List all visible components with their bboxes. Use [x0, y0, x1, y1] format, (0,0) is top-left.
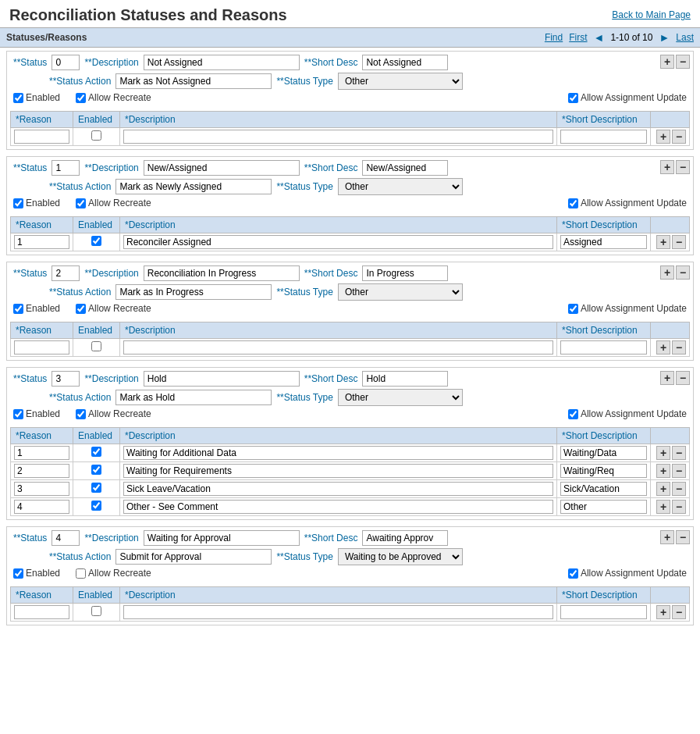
enabled-label-3[interactable]: Enabled — [13, 408, 60, 419]
remove-status-btn-0[interactable]: − — [676, 55, 690, 69]
enabled-checkbox-2[interactable] — [13, 304, 23, 314]
allow-assignment-checkbox-0[interactable] — [568, 93, 578, 103]
reason-enabled-checkbox-1-0[interactable] — [91, 236, 101, 246]
allow-assignment-label-4[interactable]: Allow Assignment Update — [568, 568, 687, 579]
remove-status-btn-3[interactable]: − — [676, 371, 690, 385]
add-reason-btn-3-0[interactable]: + — [656, 446, 670, 460]
remove-reason-btn-empty-4[interactable]: − — [672, 605, 686, 619]
short-desc-input-3[interactable] — [362, 371, 448, 387]
allow-recreate-label-0[interactable]: Allow Recreate — [76, 92, 151, 103]
short-desc-input-4[interactable] — [362, 530, 448, 546]
allow-recreate-checkbox-1[interactable] — [76, 198, 86, 208]
remove-reason-btn-3-3[interactable]: − — [672, 500, 686, 514]
allow-assignment-checkbox-3[interactable] — [568, 409, 578, 419]
add-status-btn-2[interactable]: + — [660, 265, 674, 280]
remove-reason-btn-empty-0[interactable]: − — [672, 130, 686, 144]
add-reason-btn-1-0[interactable]: + — [656, 235, 670, 249]
action-input-4[interactable] — [115, 549, 272, 565]
allow-assignment-label-2[interactable]: Allow Assignment Update — [568, 303, 687, 314]
reason-id-empty-4[interactable] — [14, 605, 69, 619]
add-status-btn-3[interactable]: + — [660, 371, 674, 385]
allow-recreate-label-2[interactable]: Allow Recreate — [76, 303, 151, 314]
allow-recreate-label-3[interactable]: Allow Recreate — [76, 408, 151, 419]
allow-assignment-label-3[interactable]: Allow Assignment Update — [568, 408, 687, 419]
reason-short-input-3-0[interactable] — [560, 446, 647, 460]
action-input-1[interactable] — [115, 179, 272, 194]
reason-id-empty-0[interactable] — [14, 130, 69, 144]
prev-btn[interactable]: ◄ — [594, 31, 605, 44]
reason-short-empty-4[interactable] — [560, 605, 647, 619]
status-number-input-1[interactable] — [52, 160, 80, 176]
reason-desc-empty-4[interactable] — [123, 605, 553, 619]
allow-assignment-label-1[interactable]: Allow Assignment Update — [568, 198, 687, 208]
enabled-label-2[interactable]: Enabled — [13, 303, 60, 314]
reason-enabled-checkbox-3-1[interactable] — [91, 465, 101, 475]
allow-recreate-checkbox-3[interactable] — [76, 409, 86, 419]
description-input-4[interactable] — [144, 530, 300, 546]
add-reason-btn-3-2[interactable]: + — [656, 482, 670, 496]
description-input-1[interactable] — [144, 160, 300, 176]
reason-id-empty-2[interactable] — [14, 340, 69, 355]
status-number-input-3[interactable] — [52, 371, 80, 387]
reason-enabled-empty-2[interactable] — [91, 341, 101, 351]
reason-short-input-1-0[interactable] — [560, 235, 647, 249]
type-select-2[interactable]: OtherWaiting to be ApprovedApprovedRejec… — [338, 283, 463, 301]
allow-recreate-label-4[interactable]: Allow Recreate — [76, 568, 151, 579]
allow-recreate-checkbox-4[interactable] — [76, 568, 86, 579]
short-desc-input-1[interactable] — [362, 160, 448, 176]
reason-short-input-3-1[interactable] — [560, 464, 647, 478]
short-desc-input-2[interactable] — [362, 265, 448, 281]
reason-desc-input-3-3[interactable] — [123, 500, 553, 514]
reason-id-input-3-2[interactable] — [14, 482, 69, 496]
remove-reason-btn-1-0[interactable]: − — [672, 235, 686, 249]
add-reason-btn-empty-2[interactable]: + — [656, 340, 670, 355]
reason-enabled-empty-0[interactable] — [91, 130, 101, 141]
reason-enabled-checkbox-3-0[interactable] — [91, 447, 101, 457]
reason-desc-empty-0[interactable] — [123, 130, 553, 144]
enabled-checkbox-3[interactable] — [13, 409, 23, 419]
allow-assignment-checkbox-2[interactable] — [568, 304, 578, 314]
reason-id-input-3-1[interactable] — [14, 464, 69, 478]
reason-id-input-3-0[interactable] — [14, 446, 69, 460]
action-input-3[interactable] — [115, 390, 272, 405]
reason-short-empty-0[interactable] — [560, 130, 647, 144]
reason-desc-empty-2[interactable] — [123, 340, 553, 355]
enabled-label-4[interactable]: Enabled — [13, 568, 60, 579]
allow-recreate-checkbox-0[interactable] — [76, 93, 86, 103]
reason-short-empty-2[interactable] — [560, 340, 647, 355]
reason-id-input-1-0[interactable] — [14, 235, 69, 249]
add-status-btn-4[interactable]: + — [660, 530, 674, 544]
description-input-2[interactable] — [144, 265, 300, 281]
enabled-label-1[interactable]: Enabled — [13, 198, 60, 208]
short-desc-input-0[interactable] — [362, 55, 448, 70]
enabled-label-0[interactable]: Enabled — [13, 92, 60, 103]
type-select-4[interactable]: OtherWaiting to be ApprovedApprovedRejec… — [338, 548, 463, 565]
action-input-2[interactable] — [115, 284, 272, 300]
allow-assignment-label-0[interactable]: Allow Assignment Update — [568, 92, 687, 103]
last-btn[interactable]: Last — [676, 32, 694, 43]
status-number-input-0[interactable] — [52, 55, 80, 70]
remove-reason-btn-3-1[interactable]: − — [672, 464, 686, 478]
enabled-checkbox-1[interactable] — [13, 198, 23, 208]
remove-status-btn-4[interactable]: − — [676, 530, 690, 544]
type-select-0[interactable]: OtherWaiting to be ApprovedApprovedRejec… — [338, 73, 463, 90]
remove-status-btn-1[interactable]: − — [676, 160, 690, 174]
type-select-1[interactable]: OtherWaiting to be ApprovedApprovedRejec… — [338, 178, 463, 195]
remove-reason-btn-empty-2[interactable]: − — [672, 340, 686, 355]
reason-desc-input-1-0[interactable] — [123, 235, 553, 249]
reason-short-input-3-2[interactable] — [560, 482, 647, 496]
reason-short-input-3-3[interactable] — [560, 500, 647, 514]
remove-status-btn-2[interactable]: − — [676, 265, 690, 280]
allow-recreate-checkbox-2[interactable] — [76, 304, 86, 314]
reason-enabled-empty-4[interactable] — [91, 606, 101, 616]
add-reason-btn-empty-0[interactable]: + — [656, 130, 670, 144]
reason-id-input-3-3[interactable] — [14, 500, 69, 514]
reason-desc-input-3-2[interactable] — [123, 482, 553, 496]
add-reason-btn-empty-4[interactable]: + — [656, 605, 670, 619]
next-btn[interactable]: ► — [659, 31, 670, 44]
status-number-input-2[interactable] — [52, 265, 80, 281]
status-number-input-4[interactable] — [52, 530, 80, 546]
back-to-main-link[interactable]: Back to Main Page — [612, 9, 691, 20]
find-link[interactable]: Find — [545, 32, 563, 43]
enabled-checkbox-4[interactable] — [13, 568, 23, 579]
